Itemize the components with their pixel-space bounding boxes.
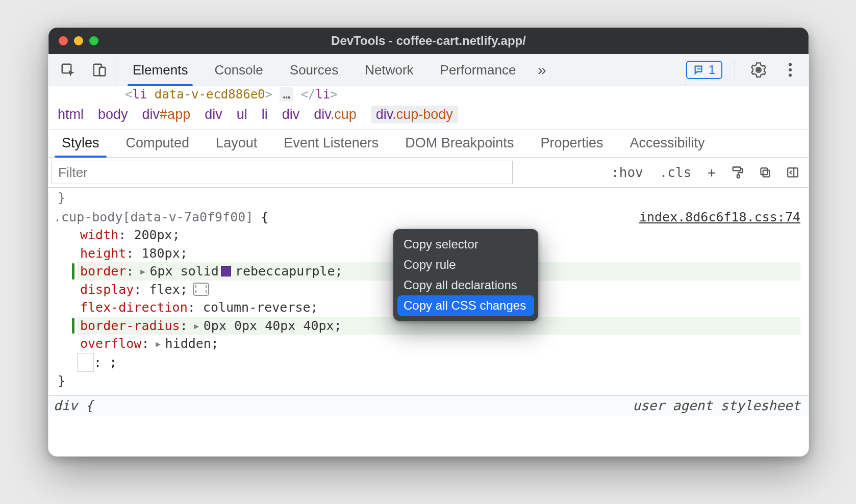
svg-rect-12 xyxy=(761,168,767,174)
crumb-div[interactable]: div xyxy=(205,107,222,122)
svg-point-7 xyxy=(789,68,792,71)
ctx-copy-all-css-changes[interactable]: Copy all CSS changes xyxy=(397,295,534,316)
rule-source-link[interactable]: index.8d6c6f18.css:74 xyxy=(639,208,800,226)
copy-icon[interactable] xyxy=(756,163,775,182)
crumb-div-app[interactable]: div#app xyxy=(142,107,191,122)
styles-subtabs: Styles Computed Layout Event Listeners D… xyxy=(48,130,809,158)
ctx-copy-all-declarations[interactable]: Copy all declarations xyxy=(397,275,534,295)
separator xyxy=(735,60,735,80)
prev-rule-close: } xyxy=(54,189,800,207)
crumb-ul[interactable]: ul xyxy=(237,107,247,122)
tab-console[interactable]: Console xyxy=(201,54,276,86)
styles-filter xyxy=(52,161,601,184)
tab-sources[interactable]: Sources xyxy=(276,54,351,86)
subtab-layout[interactable]: Layout xyxy=(203,130,270,157)
subtab-styles[interactable]: Styles xyxy=(48,130,113,157)
ua-label: user agent stylesheet xyxy=(633,398,800,413)
styles-filterbar: :hov .cls + xyxy=(48,158,809,188)
rule-header: .cup-body[data-v-7a0f9f00] { index.8d6c6… xyxy=(54,208,800,226)
expand-icon[interactable]: ▸ xyxy=(193,317,200,335)
devtools-window: DevTools - coffee-cart.netlify.app/ Elem… xyxy=(48,27,809,457)
subtab-event-listeners[interactable]: Event Listeners xyxy=(270,130,392,157)
svg-rect-4 xyxy=(697,68,700,69)
zoom-window-button[interactable] xyxy=(89,36,98,45)
decl-overflow[interactable]: overflow: ▸ hidden; xyxy=(77,335,800,353)
inspect-element-icon[interactable] xyxy=(57,59,79,81)
subtab-accessibility[interactable]: Accessibility xyxy=(616,130,718,157)
paint-format-icon[interactable] xyxy=(728,163,747,182)
subtab-computed[interactable]: Computed xyxy=(113,130,203,157)
subtab-dom-breakpoints[interactable]: DOM Breakpoints xyxy=(392,130,527,157)
svg-point-8 xyxy=(789,73,792,77)
ctx-copy-rule[interactable]: Copy rule xyxy=(397,255,534,275)
styles-filter-tools: :hov .cls + xyxy=(601,163,809,182)
new-style-rule[interactable]: + xyxy=(703,163,720,182)
dom-peek: <li data-v-ecd886e0> … </li> xyxy=(48,86,809,103)
styles-filter-input[interactable] xyxy=(52,161,513,184)
rule-end-brace: } xyxy=(54,372,800,390)
color-swatch-icon[interactable] xyxy=(221,266,231,276)
ctx-copy-selector[interactable]: Copy selector xyxy=(397,234,534,255)
cls-toggle[interactable]: .cls xyxy=(656,163,696,182)
crumb-div-cup-body[interactable]: div.cup-body xyxy=(371,106,458,123)
crumb-div2[interactable]: div xyxy=(282,107,300,122)
crumb-html[interactable]: html xyxy=(58,107,84,122)
crumb-div-cup[interactable]: div.cup xyxy=(314,107,357,122)
hov-toggle[interactable]: :hov xyxy=(607,163,647,182)
svg-rect-10 xyxy=(737,175,740,178)
tab-network[interactable]: Network xyxy=(351,54,426,86)
new-declaration[interactable]: : ; xyxy=(54,353,800,372)
tab-performance[interactable]: Performance xyxy=(427,54,530,86)
issues-badge[interactable]: 1 xyxy=(686,61,722,79)
main-tabstrip: Elements Console Sources Network Perform… xyxy=(48,54,809,86)
device-toolbar-icon[interactable] xyxy=(88,59,111,81)
settings-icon[interactable] xyxy=(747,59,770,81)
subtab-properties[interactable]: Properties xyxy=(527,130,616,157)
svg-rect-11 xyxy=(763,170,770,177)
ua-selector[interactable]: div { xyxy=(54,398,93,413)
crumb-li[interactable]: li xyxy=(262,107,268,122)
svg-point-5 xyxy=(757,68,761,72)
svg-rect-2 xyxy=(99,67,105,75)
issues-count: 1 xyxy=(709,63,715,77)
breadcrumb: html body div#app div ul li div div.cup … xyxy=(48,103,809,130)
toolbar-left xyxy=(52,54,116,86)
close-window-button[interactable] xyxy=(59,36,68,45)
window-controls xyxy=(59,36,98,45)
crumb-body[interactable]: body xyxy=(98,107,128,122)
expand-icon[interactable]: ▸ xyxy=(154,335,162,353)
main-tabs: Elements Console Sources Network Perform… xyxy=(116,54,686,86)
computed-pane-toggle-icon[interactable] xyxy=(783,163,802,182)
flex-badge-icon[interactable] xyxy=(193,283,209,296)
context-menu: Copy selector Copy rule Copy all declara… xyxy=(393,229,538,321)
tabs-overflow[interactable]: » xyxy=(529,54,555,86)
expand-icon[interactable]: ▸ xyxy=(139,262,146,281)
user-agent-rule: div { user agent stylesheet xyxy=(48,395,809,416)
issues-icon xyxy=(693,64,704,75)
toolbar-right: 1 xyxy=(686,54,805,86)
rule-selector[interactable]: .cup-body[data-v-7a0f9f00] xyxy=(54,210,253,224)
titlebar: DevTools - coffee-cart.netlify.app/ xyxy=(48,28,809,54)
svg-rect-9 xyxy=(733,167,741,171)
minimize-window-button[interactable] xyxy=(74,36,83,45)
window-title: DevTools - coffee-cart.netlify.app/ xyxy=(48,34,809,48)
kebab-menu-icon[interactable] xyxy=(779,59,801,81)
tab-elements[interactable]: Elements xyxy=(119,54,201,86)
svg-point-6 xyxy=(789,63,792,66)
